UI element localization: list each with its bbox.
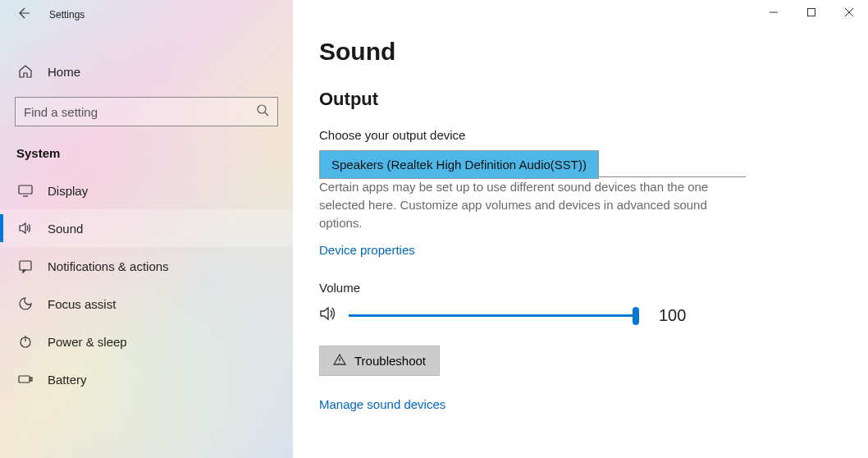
home-icon [18,64,33,79]
sidebar-item-label: Power & sleep [48,335,127,349]
power-icon [18,334,33,349]
volume-row: 100 [319,305,835,326]
page-title: Sound [319,38,835,66]
close-button[interactable] [830,0,868,25]
volume-slider[interactable] [349,314,636,317]
home-label: Home [48,65,80,79]
warning-icon [333,353,346,369]
sidebar-item-home[interactable]: Home [0,53,293,90]
troubleshoot-label: Troubleshoot [354,354,426,368]
back-icon[interactable] [16,7,30,23]
search-icon [256,103,269,120]
volume-label: Volume [319,281,835,295]
sidebar-item-label: Focus assist [48,297,116,311]
svg-point-0 [258,105,266,113]
sidebar-item-notifications[interactable]: Notifications & actions [0,247,293,285]
sidebar-item-label: Battery [48,373,87,387]
titlebar: Settings [0,0,293,30]
notifications-icon [18,259,33,273]
maximize-button[interactable] [793,0,830,25]
sidebar-item-label: Sound [48,222,83,236]
manage-sound-devices-link[interactable]: Manage sound devices [319,397,445,411]
sidebar-item-label: Notifications & actions [48,259,169,273]
svg-rect-1 [19,185,32,194]
output-help-text: Certain apps may be set up to use differ… [319,178,746,231]
output-device-selected[interactable]: Speakers (Realtek High Definition Audio(… [319,150,599,179]
minimize-button[interactable] [755,0,793,25]
svg-rect-2 [20,261,31,270]
sidebar-group-title: System [0,126,293,172]
sidebar: Settings Home System Display Sound Notif… [0,0,293,458]
sound-icon [18,221,33,236]
device-properties-link[interactable]: Device properties [319,243,415,257]
battery-icon [18,372,33,387]
search-input[interactable] [24,105,256,119]
svg-rect-6 [808,9,815,16]
volume-icon [319,305,337,326]
svg-rect-5 [30,378,32,381]
window-title: Settings [49,9,85,21]
sidebar-item-label: Display [48,184,88,198]
svg-rect-4 [19,376,30,382]
choose-output-label: Choose your output device [319,128,835,142]
search-box[interactable] [15,97,278,126]
sidebar-item-display[interactable]: Display [0,172,293,209]
volume-value: 100 [659,306,686,325]
window-controls [755,0,868,25]
sidebar-item-sound[interactable]: Sound [0,209,293,247]
display-icon [18,183,33,198]
output-section-title: Output [319,89,835,110]
sidebar-item-focus-assist[interactable]: Focus assist [0,285,293,323]
sidebar-item-battery[interactable]: Battery [0,360,293,398]
troubleshoot-button[interactable]: Troubleshoot [319,346,440,376]
volume-slider-thumb[interactable] [633,307,639,325]
sidebar-item-power-sleep[interactable]: Power & sleep [0,323,293,360]
focus-assist-icon [18,296,33,311]
main-content: Sound Output Choose your output device S… [293,0,868,458]
